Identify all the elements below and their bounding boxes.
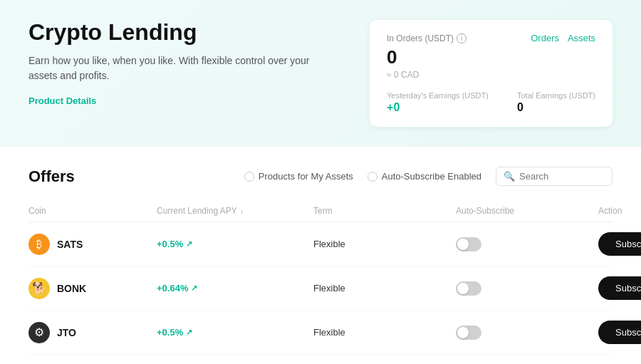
col-coin: Coin xyxy=(28,206,157,216)
coin-name-bonk: BONK xyxy=(57,283,86,294)
search-input[interactable] xyxy=(519,171,605,182)
offers-filters: Products for My Assets Auto-Subscribe En… xyxy=(244,167,613,186)
term-value-bonk: Flexible xyxy=(313,283,456,293)
hero-subtitle: Earn how you like, when you like. With f… xyxy=(28,53,328,83)
radio-my-assets[interactable] xyxy=(244,172,254,182)
filter-my-assets[interactable]: Products for My Assets xyxy=(244,171,353,182)
action-cell-jto: Subscribe xyxy=(598,321,641,344)
search-box: 🔍 xyxy=(496,167,613,186)
offers-section: Offers Products for My Assets Auto-Subsc… xyxy=(0,147,641,364)
auto-subscribe-toggle-jto[interactable] xyxy=(456,326,481,340)
toggle-cell-sats xyxy=(456,237,598,251)
orders-link[interactable]: Orders xyxy=(531,33,559,43)
chart-icon: ↗ xyxy=(186,239,192,249)
hero-left: Crypto Lending Earn how you like, when y… xyxy=(28,20,341,106)
apy-value-bonk: +0.64% ↗ xyxy=(157,283,313,293)
coin-name-jto: JTO xyxy=(57,327,76,338)
stats-card: In Orders (USDT) i Orders Assets 0 ≈ 0 C… xyxy=(370,20,613,127)
stats-nav: Orders Assets xyxy=(531,33,595,43)
toggle-cell-jto xyxy=(456,326,598,340)
coin-cell-jto: ⚙ JTO xyxy=(28,322,157,343)
assets-link[interactable]: Assets xyxy=(568,33,595,43)
col-apy: Current Lending APY ↕ xyxy=(157,206,313,216)
coin-name-sats: SATS xyxy=(57,239,83,250)
table-row: ⚙ JTO +0.5% ↗ Flexible Subscribe xyxy=(28,311,613,355)
coin-icon-bonk: 🐕 xyxy=(28,278,50,299)
col-term: Term xyxy=(313,206,456,216)
total-earnings: Total Earnings (USDT) 0 xyxy=(517,91,595,114)
apy-value-jto: +0.5% ↗ xyxy=(157,327,313,338)
col-auto-subscribe: Auto-Subscribe xyxy=(456,206,598,216)
coin-cell-sats: ₿ SATS xyxy=(28,234,157,255)
total-earnings-value: 0 xyxy=(517,101,595,114)
in-orders-label: In Orders (USDT) i xyxy=(387,33,467,43)
auto-subscribe-toggle-sats[interactable] xyxy=(456,237,481,251)
apy-value-sats: +0.5% ↗ xyxy=(157,239,313,249)
auto-subscribe-toggle-bonk[interactable] xyxy=(456,281,481,296)
balance-value: 0 xyxy=(387,46,595,68)
hero-section: Crypto Lending Earn how you like, when y… xyxy=(0,0,641,147)
col-action: Action xyxy=(598,206,622,216)
table-row: 🌐 USTC +0.5% ↗ Flexible Subscribe xyxy=(28,355,613,364)
chart-icon: ↗ xyxy=(186,328,192,337)
table-body: ₿ SATS +0.5% ↗ Flexible Subscribe 🐕 BONK… xyxy=(28,222,613,364)
stats-header: In Orders (USDT) i Orders Assets xyxy=(387,33,595,43)
toggle-cell-bonk xyxy=(456,281,598,296)
toggle-knob xyxy=(457,327,469,338)
table-row: 🐕 BONK +0.64% ↗ Flexible Subscribe xyxy=(28,266,613,311)
term-value-sats: Flexible xyxy=(313,239,456,249)
page-title: Crypto Lending xyxy=(28,20,341,45)
table-row: ₿ SATS +0.5% ↗ Flexible Subscribe xyxy=(28,222,613,266)
filter-auto-subscribe[interactable]: Auto-Subscribe Enabled xyxy=(368,171,481,182)
earnings-row: Yesterday's Earnings (USDT) +0 Total Ear… xyxy=(387,91,595,114)
subscribe-button-sats[interactable]: Subscribe xyxy=(598,232,641,256)
yesterday-earnings: Yesterday's Earnings (USDT) +0 xyxy=(387,91,489,114)
coin-icon-jto: ⚙ xyxy=(28,322,50,343)
term-value-jto: Flexible xyxy=(313,327,456,338)
subscribe-button-jto[interactable]: Subscribe xyxy=(598,321,641,344)
offers-header: Offers Products for My Assets Auto-Subsc… xyxy=(28,167,613,186)
yesterday-earnings-value: +0 xyxy=(387,101,489,114)
total-earnings-label: Total Earnings (USDT) xyxy=(517,91,595,100)
cad-value: ≈ 0 CAD xyxy=(387,70,595,80)
toggle-knob xyxy=(457,283,469,294)
offers-title: Offers xyxy=(28,167,75,186)
radio-auto-subscribe[interactable] xyxy=(368,172,377,182)
table-header: Coin Current Lending APY ↕ Term Auto-Sub… xyxy=(28,200,613,222)
product-details-link[interactable]: Product Details xyxy=(28,95,96,106)
chart-icon: ↗ xyxy=(191,284,197,293)
coin-icon-sats: ₿ xyxy=(28,234,50,255)
action-cell-bonk: Subscribe xyxy=(598,276,641,300)
sort-icon[interactable]: ↕ xyxy=(240,207,244,215)
subscribe-button-bonk[interactable]: Subscribe xyxy=(598,276,641,300)
yesterday-earnings-label: Yesterday's Earnings (USDT) xyxy=(387,91,489,100)
toggle-knob xyxy=(457,239,469,250)
coin-cell-bonk: 🐕 BONK xyxy=(28,278,157,299)
info-icon[interactable]: i xyxy=(457,33,467,43)
search-icon: 🔍 xyxy=(504,171,515,182)
action-cell-sats: Subscribe xyxy=(598,232,641,256)
